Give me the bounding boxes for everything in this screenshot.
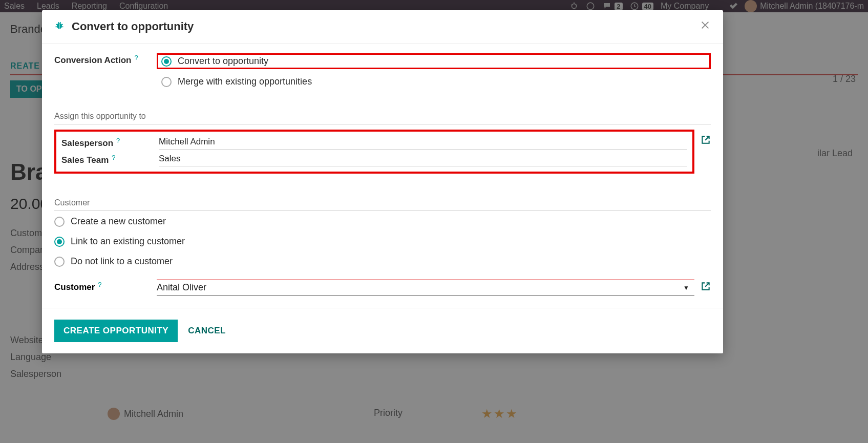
svg-line-17 — [705, 283, 709, 287]
radio-link-customer[interactable]: Link to an existing customer — [54, 236, 711, 247]
bg-priority-label: Priority — [374, 408, 403, 418]
svg-line-13 — [60, 22, 61, 24]
svg-point-4 — [587, 3, 595, 10]
external-link-icon[interactable] — [701, 135, 711, 147]
pager: 1 / 23 — [833, 74, 856, 85]
highlight-box-assign: Salesperson ? Mitchell Admin Sales Team … — [54, 130, 694, 174]
bug-icon[interactable] — [54, 20, 65, 33]
modal-header: Convert to opportunity — [42, 10, 723, 44]
nav-sales[interactable]: Sales — [4, 2, 25, 11]
radio-unchecked-icon — [54, 217, 65, 227]
convert-modal: Convert to opportunity Conversion Action… — [42, 10, 723, 353]
external-link-icon[interactable] — [701, 281, 711, 294]
radio-unchecked-icon — [161, 77, 172, 87]
customer-row: Customer ? Anital Oliver ▼ — [54, 279, 711, 296]
chevron-down-icon[interactable]: ▼ — [678, 284, 694, 291]
wrench-icon[interactable] — [728, 1, 737, 12]
customer-input-value: Anital Oliver — [157, 282, 678, 293]
assign-section-header: Assign this opportunity to — [54, 112, 711, 124]
svg-line-16 — [705, 136, 709, 140]
radio-merge-label: Merge with existing opportunities — [178, 76, 312, 87]
customer-section-header: Customer — [54, 198, 711, 211]
help-icon[interactable]: ? — [135, 54, 138, 61]
create-opportunity-button[interactable]: CREATE OPPORTUNITY — [54, 320, 178, 342]
radio-merge-opportunities[interactable]: Merge with existing opportunities — [157, 76, 711, 87]
salesperson-input[interactable]: Mitchell Admin — [159, 137, 687, 150]
conversion-action-label: Conversion Action ? — [54, 53, 157, 66]
radio-create-customer[interactable]: Create a new customer — [54, 216, 711, 227]
radio-convert-label: Convert to opportunity — [178, 56, 268, 67]
clock-count: 40 — [642, 3, 653, 10]
radio-nolink-customer[interactable]: Do not link to a customer — [54, 256, 711, 267]
radio-unchecked-icon — [54, 257, 65, 267]
radio-checked-icon — [161, 56, 172, 67]
salesteam-row: Sales Team ? Sales — [61, 152, 687, 168]
radio-nolink-label: Do not link to a customer — [71, 256, 173, 267]
bg-salesperson-value: Mitchell Admin — [108, 408, 183, 420]
nav-leads[interactable]: Leads — [37, 2, 59, 11]
help-icon[interactable]: ? — [98, 281, 101, 288]
avatar-small — [108, 408, 120, 420]
user-menu[interactable]: Mitchell Admin (18407176-m — [745, 0, 864, 12]
modal-title-text: Convert to opportunity — [72, 20, 194, 33]
salesperson-label: Salesperson ? — [61, 138, 159, 149]
salesteam-label: Sales Team ? — [61, 155, 159, 165]
clock-icon[interactable]: 40 — [630, 2, 653, 11]
customer-input[interactable]: Anital Oliver ▼ — [157, 279, 694, 296]
nav-configuration[interactable]: Configuration — [119, 2, 168, 11]
salesteam-input[interactable]: Sales — [159, 154, 687, 166]
radio-convert-to-opportunity[interactable]: Convert to opportunity — [161, 56, 268, 67]
cancel-button[interactable]: CANCEL — [188, 326, 226, 336]
conversion-action-row: Conversion Action ? Convert to opportuni… — [54, 53, 711, 87]
modal-footer: CREATE OPPORTUNITY CANCEL — [42, 308, 723, 353]
priority-stars: ★★★ — [481, 407, 518, 421]
support-icon[interactable] — [586, 2, 595, 11]
salesperson-row: Salesperson ? Mitchell Admin — [61, 135, 687, 152]
svg-line-12 — [58, 22, 59, 24]
chat-count: 2 — [615, 3, 622, 10]
bg-salesperson-label: Salesperson — [10, 369, 858, 379]
radio-link-label: Link to an existing customer — [71, 236, 185, 247]
bg-language-label: Language — [10, 352, 858, 363]
bug-icon[interactable] — [569, 2, 579, 11]
avatar — [745, 0, 757, 12]
radio-checked-icon — [54, 237, 65, 247]
help-icon[interactable]: ? — [112, 154, 115, 161]
close-icon[interactable] — [700, 19, 711, 33]
modal-body: Conversion Action ? Convert to opportuni… — [42, 44, 723, 308]
radio-create-label: Create a new customer — [71, 216, 166, 227]
help-icon[interactable]: ? — [116, 137, 120, 144]
nav-reporting[interactable]: Reporting — [72, 2, 107, 11]
customer-label: Customer ? — [54, 282, 157, 292]
modal-title: Convert to opportunity — [54, 20, 700, 33]
similar-lead-link: ilar Lead — [817, 148, 853, 159]
company-switcher[interactable]: My Company — [661, 2, 709, 11]
chat-icon[interactable]: 2 — [602, 2, 622, 11]
user-name: Mitchell Admin (18407176-m — [760, 2, 864, 11]
highlight-box-convert: Convert to opportunity — [157, 53, 711, 69]
svg-point-0 — [572, 4, 577, 9]
